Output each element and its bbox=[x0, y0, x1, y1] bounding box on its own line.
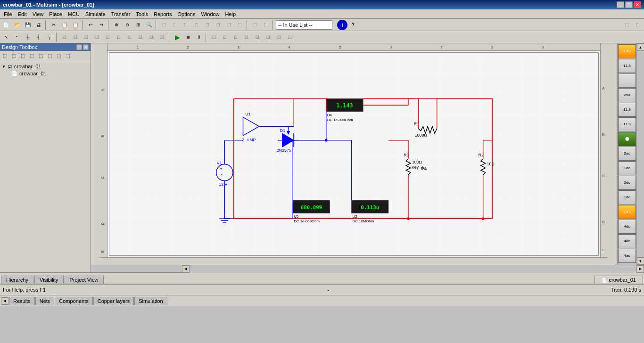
menu-help[interactable]: Help bbox=[223, 11, 239, 17]
menu-place[interactable]: Place bbox=[46, 11, 65, 17]
tb2-wire[interactable]: ~ bbox=[12, 32, 22, 42]
tb2-junction[interactable]: ┼ bbox=[23, 32, 33, 42]
save-btn[interactable]: 💾 bbox=[23, 20, 33, 30]
scroll-right-btn[interactable]: ▶ bbox=[636, 265, 644, 273]
tb-btn7[interactable]: ⬚ bbox=[224, 20, 234, 30]
toolbox-tb1[interactable]: ⬚ bbox=[0, 52, 9, 60]
instr-4[interactable]: 290 bbox=[618, 88, 636, 102]
tb2-b9[interactable]: ⬚ bbox=[146, 32, 157, 42]
undo-btn[interactable]: ↩ bbox=[85, 20, 96, 30]
tb2-b7[interactable]: ⬚ bbox=[124, 32, 135, 42]
toolbox-tb5[interactable]: ⬚ bbox=[36, 52, 45, 60]
instr-9[interactable]: 1ac bbox=[618, 161, 636, 175]
toolbox-tb8[interactable]: ⬚ bbox=[63, 52, 72, 60]
tb2-b6[interactable]: ⬚ bbox=[114, 32, 124, 42]
instr-15[interactable]: 4ac bbox=[618, 249, 636, 263]
menu-reports[interactable]: Reports bbox=[151, 11, 175, 17]
menu-view[interactable]: View bbox=[30, 11, 47, 17]
schematic-doc-tab[interactable]: 📄 crowbar_01 bbox=[594, 276, 643, 284]
result-tab-results[interactable]: Results bbox=[9, 297, 35, 305]
tb2-b1[interactable]: ⬚ bbox=[59, 32, 70, 42]
scroll-left-btn[interactable]: ◀ bbox=[182, 265, 190, 273]
v-scrollbar[interactable]: ▲ ▼ bbox=[636, 43, 644, 265]
toolbox-close-btn[interactable]: ✕ bbox=[83, 44, 89, 50]
tb2-b3[interactable]: ⬚ bbox=[81, 32, 91, 42]
zoom-in-btn[interactable]: ⊕ bbox=[111, 20, 122, 30]
tb2-b4[interactable]: ⬚ bbox=[92, 32, 102, 42]
v-scroll-track[interactable] bbox=[637, 51, 644, 257]
results-nav-prev[interactable]: ◀ bbox=[1, 297, 8, 305]
menu-options[interactable]: Options bbox=[175, 11, 198, 17]
instr-5[interactable]: 11.8 bbox=[618, 103, 636, 117]
instr-11[interactable]: 1dc bbox=[618, 190, 636, 204]
toolbox-tb3[interactable]: ⬚ bbox=[18, 52, 27, 60]
redo-btn[interactable]: ↪ bbox=[96, 20, 107, 30]
paste-btn[interactable]: 📋 bbox=[70, 20, 81, 30]
instr-2[interactable]: 11.8 bbox=[618, 59, 636, 73]
menu-mcu[interactable]: MCU bbox=[65, 11, 83, 17]
tb-btn4[interactable]: ⬚ bbox=[191, 20, 202, 30]
tab-visibility[interactable]: Visibility bbox=[34, 276, 64, 284]
tab-hierarchy[interactable]: Hierarchy bbox=[1, 276, 33, 284]
tb-btn2[interactable]: ⬚ bbox=[170, 20, 180, 30]
tb2-connect[interactable]: ┤ bbox=[33, 32, 44, 42]
h-scrollbar[interactable]: ◀ ▶ bbox=[182, 265, 644, 272]
menu-tools[interactable]: Tools bbox=[133, 11, 151, 17]
menu-simulate[interactable]: Simulate bbox=[83, 11, 108, 17]
scroll-up-btn[interactable]: ▲ bbox=[637, 43, 644, 51]
toolbox-minimize-btn[interactable]: _ bbox=[76, 44, 82, 50]
tree-schematic-item[interactable]: 📄 crowbar_01 bbox=[2, 70, 89, 77]
tb-btn9[interactable]: ⬚ bbox=[250, 20, 260, 30]
tb2-b5[interactable]: ⬚ bbox=[103, 32, 113, 42]
menu-transfer[interactable]: Transfer bbox=[108, 11, 133, 17]
help-btn[interactable]: ? bbox=[348, 20, 358, 30]
zoom-area-btn[interactable]: 🔍 bbox=[144, 20, 154, 30]
result-tab-simulation[interactable]: Simulation bbox=[134, 297, 167, 305]
tb-btn10[interactable]: ⬚ bbox=[261, 20, 271, 30]
result-tab-nets[interactable]: Nets bbox=[35, 297, 55, 305]
print-btn[interactable]: 🖨 bbox=[33, 20, 44, 30]
stop-btn[interactable]: ■ bbox=[183, 32, 193, 42]
sim-b1[interactable]: ⬚ bbox=[209, 32, 219, 42]
in-use-list-dropdown[interactable]: -- In Use List -- bbox=[276, 20, 332, 30]
run-btn[interactable]: ▶ bbox=[172, 32, 182, 42]
tb2-b2[interactable]: ⬚ bbox=[70, 32, 81, 42]
tb-btn5[interactable]: ⬚ bbox=[202, 20, 213, 30]
tb2-pointer[interactable]: ↖ bbox=[1, 32, 11, 42]
sim-b6[interactable]: ⬚ bbox=[263, 32, 273, 42]
sim-b3[interactable]: ⬚ bbox=[231, 32, 241, 42]
tb2-b8[interactable]: ⬚ bbox=[135, 32, 146, 42]
tb-btn3[interactable]: ⬚ bbox=[181, 20, 191, 30]
minimize-btn[interactable]: _ bbox=[617, 1, 624, 8]
tb-btn8[interactable]: ⬚ bbox=[235, 20, 245, 30]
instr-14[interactable]: 4ac bbox=[618, 234, 636, 248]
zoom-out-btn[interactable]: ⊖ bbox=[122, 20, 132, 30]
instr-3[interactable] bbox=[618, 74, 636, 88]
sim-b7[interactable]: ⬚ bbox=[274, 32, 284, 42]
instr-6[interactable]: 11.8 bbox=[618, 117, 636, 131]
tb-right1[interactable]: ⬚ bbox=[622, 20, 632, 30]
sim-b4[interactable]: ⬚ bbox=[241, 32, 252, 42]
pause-btn[interactable]: ⏸ bbox=[194, 32, 204, 42]
tree-project-root[interactable]: ▼ 🗂 crowbar_01 bbox=[2, 63, 89, 70]
tab-project-view[interactable]: Project View bbox=[65, 276, 104, 284]
tb2-b10[interactable]: ⬚ bbox=[157, 32, 167, 42]
toolbox-tb4[interactable]: ⬚ bbox=[27, 52, 36, 60]
sim-b5[interactable]: ⬚ bbox=[252, 32, 263, 42]
restore-btn[interactable]: □ bbox=[625, 1, 633, 8]
menu-file[interactable]: File bbox=[1, 11, 15, 17]
tb-btn6[interactable]: ⬚ bbox=[213, 20, 223, 30]
cut-btn[interactable]: ✂ bbox=[49, 20, 59, 30]
copy-btn[interactable]: 📋 bbox=[59, 20, 70, 30]
instr-10[interactable]: 2dc bbox=[618, 176, 636, 190]
menu-edit[interactable]: Edit bbox=[15, 11, 30, 17]
result-tab-components[interactable]: Components bbox=[55, 297, 92, 305]
sim-b2[interactable]: ⬚ bbox=[220, 32, 230, 42]
tb-btn1[interactable]: ⬚ bbox=[159, 20, 169, 30]
tb2-bus[interactable]: ┬ bbox=[44, 32, 55, 42]
result-tab-copper[interactable]: Copper layers bbox=[93, 297, 134, 305]
toolbox-tb2[interactable]: ⬚ bbox=[9, 52, 18, 60]
h-scroll-track[interactable] bbox=[190, 265, 636, 273]
open-btn[interactable]: 📂 bbox=[12, 20, 22, 30]
menu-window[interactable]: Window bbox=[198, 11, 222, 17]
